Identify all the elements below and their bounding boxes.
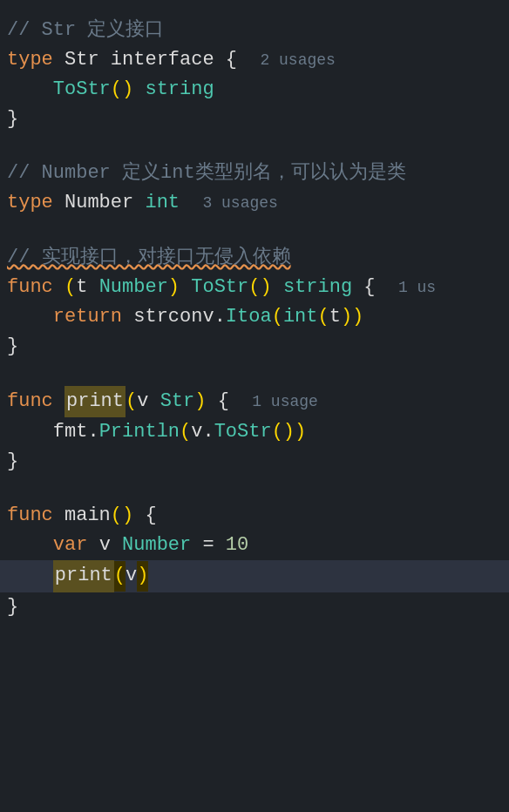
type-str-param: Str — [160, 387, 195, 416]
code-line-2: type Str interface { 2 usages — [0, 45, 509, 75]
ident-v-1: v — [137, 387, 148, 416]
ident-number: Number — [64, 188, 133, 218]
paren-call-highlight-open: ( — [114, 561, 126, 591]
comment-number-define: // Number 定义int类型别名，可以认为是类 — [7, 159, 406, 188]
paren-close-both: )) — [341, 302, 363, 332]
empty-line-4 — [0, 477, 509, 501]
empty-line-3 — [0, 362, 509, 386]
keyword-func-2: func — [7, 387, 53, 416]
code-line-12: func ( t Number ) ToStr () string { 1 us — [0, 273, 509, 302]
usage-count-3: 1 us — [398, 276, 436, 301]
comment-str-define: // Str 定义接口 — [7, 16, 164, 45]
highlight-print-1: print — [64, 386, 126, 417]
paren-println-close: ()) — [272, 417, 307, 447]
ident-str: Str — [64, 45, 99, 75]
ident-main: main — [64, 501, 111, 531]
highlight-print-2: print — [53, 560, 114, 592]
brace-open-2: { — [363, 273, 375, 302]
keyword-type-2: type — [7, 188, 53, 218]
usage-count-1: 2 usages — [260, 49, 335, 73]
ident-strconv: strconv — [133, 302, 214, 332]
brace-close-1: } — [7, 105, 18, 134]
code-line-1: // Str 定义接口 — [0, 16, 509, 45]
usage-count-4: 1 usage — [252, 390, 318, 415]
dot-3: . — [202, 417, 214, 447]
code-line-25: } — [0, 592, 509, 622]
code-line-14: } — [0, 332, 509, 362]
paren-tostr-1: () — [111, 75, 133, 105]
method-itoa: Itoa — [226, 302, 272, 332]
paren-int-open: ( — [317, 302, 329, 332]
keyword-interface: interface — [111, 45, 214, 75]
type-string-1: string — [145, 75, 214, 105]
type-int-1: int — [145, 188, 180, 218]
brace-close-4: } — [7, 592, 18, 622]
ident-t: t — [76, 273, 87, 302]
code-line-8: type Number int 3 usages — [0, 188, 509, 218]
usage-count-2: 3 usages — [202, 192, 277, 216]
empty-line-2 — [0, 219, 509, 243]
brace-open-3: { — [218, 387, 229, 416]
paren-print-open: ( — [126, 387, 137, 416]
brace-close-3: } — [7, 447, 18, 477]
keyword-var: var — [53, 531, 88, 560]
keyword-return: return — [53, 302, 122, 332]
brace-open-4: { — [145, 501, 156, 531]
paren-print-close: ) — [194, 387, 206, 416]
method-tostr-3: ToStr — [214, 417, 272, 447]
type-string-2: string — [283, 273, 352, 302]
type-int-cast: int — [283, 302, 318, 332]
method-tostr-2: ToStr — [191, 273, 248, 302]
code-line-4: } — [0, 105, 509, 134]
method-tostr-1: ToStr — [53, 75, 111, 105]
ident-v-4: v — [126, 561, 137, 591]
keyword-func-1: func — [7, 273, 53, 302]
empty-line-1 — [0, 134, 509, 159]
code-line-3: ToStr () string — [0, 75, 509, 105]
paren-println-open: ( — [180, 417, 191, 447]
assign-op: = — [202, 531, 214, 560]
code-line-11: // 实现接口，对接口无侵入依赖 — [0, 243, 509, 273]
code-line-13: return strconv . Itoa ( int ( t )) — [0, 302, 509, 332]
number-10: 10 — [226, 531, 248, 560]
ident-v-2: v — [191, 417, 202, 447]
dot-2: . — [87, 417, 98, 447]
paren-recv-open: ( — [64, 273, 76, 302]
type-number-var: Number — [122, 531, 191, 560]
type-number-recv: Number — [99, 273, 168, 302]
method-println: Println — [99, 417, 180, 447]
brace-open-1: { — [226, 45, 237, 75]
brace-close-2: } — [7, 332, 18, 362]
code-line-17: func print ( v Str ) { 1 usage — [0, 386, 509, 417]
code-line-18: fmt . Println ( v . ToStr ()) — [0, 417, 509, 447]
keyword-type-1: type — [7, 45, 53, 75]
code-line-22: func main () { — [0, 501, 509, 531]
ident-v-3: v — [99, 531, 111, 560]
ident-fmt: fmt — [53, 417, 88, 447]
keyword-func-3: func — [7, 501, 53, 531]
code-line-7: // Number 定义int类型别名，可以认为是类 — [0, 159, 509, 188]
ident-t-2: t — [329, 302, 341, 332]
paren-tostr-2: () — [248, 273, 271, 302]
paren-itoa-open: ( — [272, 302, 283, 332]
paren-recv-close: ) — [168, 273, 180, 302]
comment-implement: // 实现接口，对接口无侵入依赖 — [7, 243, 291, 273]
paren-main: () — [111, 501, 133, 531]
code-editor: // Str 定义接口 type Str interface { 2 usage… — [0, 0, 509, 812]
code-line-24: print ( v ) — [0, 560, 509, 592]
code-line-19: } — [0, 447, 509, 477]
code-line-23: var v Number = 10 — [0, 531, 509, 560]
dot-1: . — [214, 302, 226, 332]
paren-call-highlight-close: ) — [137, 561, 148, 591]
